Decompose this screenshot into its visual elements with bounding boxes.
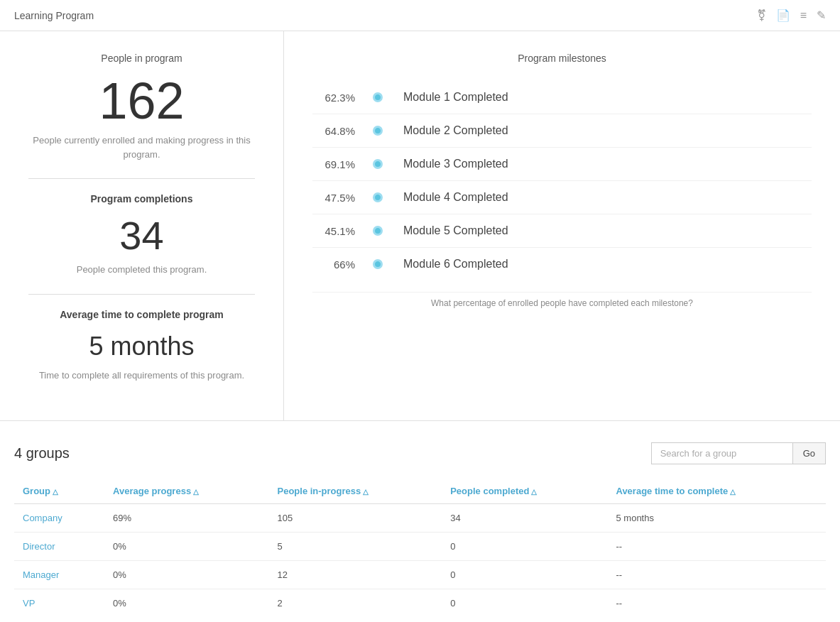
go-button[interactable]: Go bbox=[793, 442, 826, 464]
fork-icon[interactable]: ⚧ bbox=[757, 9, 766, 22]
groups-table: Group△Average progress△People in-progres… bbox=[14, 479, 826, 617]
milestone-dot-container bbox=[369, 126, 386, 136]
table-col-people-in-progress[interactable]: People in-progress△ bbox=[268, 479, 442, 504]
sort-icon: △ bbox=[363, 488, 369, 496]
milestone-label: Module 3 Completed bbox=[386, 158, 508, 170]
right-panel: Program milestones 62.3% Module 1 Comple… bbox=[284, 31, 840, 420]
milestones-footer: What percentage of enrolled people have … bbox=[312, 292, 812, 308]
milestone-dot-container bbox=[369, 92, 386, 102]
table-header: Group△Average progress△People in-progres… bbox=[14, 479, 826, 504]
people-in-program-label: People in program bbox=[28, 53, 255, 64]
people-completed-cell: 0 bbox=[442, 561, 607, 589]
milestone-label: Module 1 Completed bbox=[386, 91, 508, 104]
table-col-average-progress[interactable]: Average progress△ bbox=[104, 479, 268, 504]
table-row: VP 0% 2 0 -- bbox=[14, 589, 826, 618]
table-row: Manager 0% 12 0 -- bbox=[14, 561, 826, 589]
milestones-title: Program milestones bbox=[312, 53, 812, 64]
sort-icon: △ bbox=[531, 488, 537, 496]
avg-time-desc: Time to complete all requirements of thi… bbox=[28, 369, 255, 383]
avg-time-cell: -- bbox=[607, 561, 826, 589]
people-completed-cell: 0 bbox=[442, 589, 607, 618]
program-completions-label: Program completions bbox=[28, 193, 255, 204]
group-link[interactable]: Director bbox=[23, 541, 55, 552]
milestone-pct: 45.1% bbox=[312, 225, 369, 237]
table-col-group[interactable]: Group△ bbox=[14, 479, 104, 504]
milestone-pct: 64.8% bbox=[312, 125, 369, 137]
milestone-pct: 62.3% bbox=[312, 92, 369, 104]
milestone-row: 47.5% Module 4 Completed bbox=[312, 181, 812, 214]
milestone-dot-container bbox=[369, 159, 386, 169]
avg-time-cell: 5 months bbox=[607, 504, 826, 533]
table-col-people-completed[interactable]: People completed△ bbox=[442, 479, 607, 504]
people-completed-cell: 34 bbox=[442, 504, 607, 533]
sort-icon: △ bbox=[730, 488, 736, 496]
table-col-average-time-to-complete[interactable]: Average time to complete△ bbox=[607, 479, 826, 504]
people-desc: People currently enrolled and making pro… bbox=[28, 133, 255, 161]
header-icons: ⚧ 📄 ≡ ✎ bbox=[757, 9, 826, 22]
group-name-cell: Director bbox=[14, 533, 104, 561]
table-row: Director 0% 5 0 -- bbox=[14, 533, 826, 561]
group-link[interactable]: Manager bbox=[23, 569, 59, 580]
group-name-cell: Company bbox=[14, 504, 104, 533]
groups-header: 4 groups Go bbox=[14, 442, 826, 464]
sort-icon: △ bbox=[193, 488, 199, 496]
page-title: Learning Program bbox=[14, 10, 94, 21]
milestone-pct: 47.5% bbox=[312, 192, 369, 204]
group-name-cell: Manager bbox=[14, 561, 104, 589]
divider-2 bbox=[28, 294, 255, 295]
milestone-dot-container bbox=[369, 259, 386, 269]
table-row: Company 69% 105 34 5 months bbox=[14, 504, 826, 533]
milestone-dot bbox=[373, 92, 383, 102]
divider-1 bbox=[28, 178, 255, 179]
milestone-label: Module 6 Completed bbox=[386, 258, 508, 271]
avg-time-value: 5 months bbox=[28, 332, 255, 361]
avg-progress-cell: 0% bbox=[104, 533, 268, 561]
milestone-row: 62.3% Module 1 Completed bbox=[312, 81, 812, 114]
milestone-pct: 69.1% bbox=[312, 158, 369, 170]
completions-desc: People completed this program. bbox=[28, 263, 255, 277]
search-area: Go bbox=[651, 442, 826, 464]
people-inprogress-cell: 105 bbox=[268, 504, 442, 533]
avg-time-label: Average time to complete program bbox=[28, 309, 255, 320]
group-link[interactable]: VP bbox=[23, 598, 35, 609]
people-inprogress-cell: 2 bbox=[268, 589, 442, 618]
avg-progress-cell: 69% bbox=[104, 504, 268, 533]
milestone-row: 69.1% Module 3 Completed bbox=[312, 148, 812, 181]
header: Learning Program ⚧ 📄 ≡ ✎ bbox=[0, 0, 840, 31]
milestone-label: Module 4 Completed bbox=[386, 191, 508, 204]
milestone-label: Module 5 Completed bbox=[386, 224, 508, 237]
group-link[interactable]: Company bbox=[23, 513, 62, 523]
document-icon[interactable]: 📄 bbox=[776, 9, 790, 22]
milestone-dot bbox=[373, 259, 383, 269]
milestones-list: 62.3% Module 1 Completed 64.8% Module 2 … bbox=[312, 81, 812, 280]
avg-time-cell: -- bbox=[607, 589, 826, 618]
milestone-row: 64.8% Module 2 Completed bbox=[312, 114, 812, 148]
milestone-dot-container bbox=[369, 226, 386, 236]
list-icon[interactable]: ≡ bbox=[800, 9, 807, 22]
milestone-dot bbox=[373, 192, 383, 202]
milestone-label: Module 2 Completed bbox=[386, 124, 508, 137]
table-body: Company 69% 105 34 5 months Director 0% … bbox=[14, 504, 826, 618]
groups-title: 4 groups bbox=[14, 445, 70, 462]
left-panel: People in program 162 People currently e… bbox=[0, 31, 284, 420]
milestone-row: 66% Module 6 Completed bbox=[312, 248, 812, 280]
milestone-dot bbox=[373, 159, 383, 169]
people-inprogress-cell: 12 bbox=[268, 561, 442, 589]
top-section: People in program 162 People currently e… bbox=[0, 31, 840, 421]
milestone-dot-container bbox=[369, 192, 386, 202]
avg-progress-cell: 0% bbox=[104, 561, 268, 589]
search-input[interactable] bbox=[651, 442, 793, 464]
bottom-section: 4 groups Go Group△Average progress△Peopl… bbox=[0, 421, 840, 622]
avg-progress-cell: 0% bbox=[104, 589, 268, 618]
avg-time-cell: -- bbox=[607, 533, 826, 561]
group-name-cell: VP bbox=[14, 589, 104, 618]
edit-icon[interactable]: ✎ bbox=[817, 9, 826, 22]
people-count: 162 bbox=[28, 75, 255, 126]
sort-icon: △ bbox=[53, 488, 58, 496]
completions-count: 34 bbox=[28, 216, 255, 256]
table-header-row: Group△Average progress△People in-progres… bbox=[14, 479, 826, 504]
people-inprogress-cell: 5 bbox=[268, 533, 442, 561]
people-completed-cell: 0 bbox=[442, 533, 607, 561]
milestone-row: 45.1% Module 5 Completed bbox=[312, 214, 812, 248]
milestone-dot bbox=[373, 226, 383, 236]
